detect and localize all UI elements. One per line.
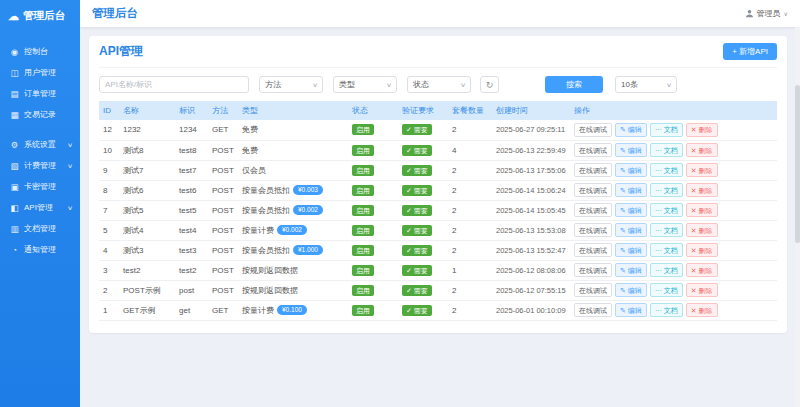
doc-action-button[interactable]: ⋯ 文档 xyxy=(650,183,683,197)
doc-action-button[interactable]: ⋯ 文档 xyxy=(650,283,683,297)
sidebar-item-通知管理[interactable]: ◔通知管理 xyxy=(0,239,80,260)
delete-action-button[interactable]: ✕ 删除 xyxy=(686,283,718,297)
debug-action-button[interactable]: 在线调试 xyxy=(574,143,612,157)
delete-action-button[interactable]: ✕ 删除 xyxy=(686,243,718,257)
edit-action-button[interactable]: ✎ 编辑 xyxy=(615,183,647,197)
debug-action-button[interactable]: 在线调试 xyxy=(574,283,612,297)
delete-action-button[interactable]: ✕ 删除 xyxy=(686,183,718,197)
status-select[interactable]: 状态 ∨ xyxy=(407,76,471,93)
doc-action-button[interactable]: ⋯ 文档 xyxy=(650,123,683,137)
cell-key: get xyxy=(175,300,208,320)
user-menu[interactable]: 管理员 ∨ xyxy=(745,8,788,19)
search-input[interactable] xyxy=(99,76,249,93)
verify-badge: ✓ 需要 xyxy=(402,245,432,256)
edit-action-button[interactable]: ✎ 编辑 xyxy=(615,223,647,237)
status-badge: 启用 xyxy=(352,145,374,156)
edit-action-button[interactable]: ✎ 编辑 xyxy=(615,203,647,217)
cell-key: test2 xyxy=(175,260,208,280)
search-button[interactable]: 搜索 xyxy=(545,76,603,93)
doc-action-button[interactable]: ⋯ 文档 xyxy=(650,303,683,317)
type-select[interactable]: 类型 ∨ xyxy=(333,76,397,93)
edit-action-button[interactable]: ✎ 编辑 xyxy=(615,243,647,257)
sidebar-item-API管理[interactable]: ◧API管理∨ xyxy=(0,197,80,218)
method-select[interactable]: 方法 ∨ xyxy=(259,76,323,93)
price-badge: ¥0.003 xyxy=(293,185,323,195)
sidebar-item-交易记录[interactable]: ▦交易记录 xyxy=(0,104,80,125)
edit-action-button[interactable]: ✎ 编辑 xyxy=(615,163,647,177)
cell-type: 按规则返回数据 xyxy=(238,260,348,280)
delete-action-button[interactable]: ✕ 删除 xyxy=(686,203,718,217)
cell-status: 启用 xyxy=(348,300,398,320)
sidebar-item-用户管理[interactable]: ◫用户管理 xyxy=(0,62,80,83)
cell-status: 启用 xyxy=(348,240,398,260)
edit-action-button[interactable]: ✎ 编辑 xyxy=(615,283,647,297)
table-header: ID名称标识方法类型状态验证要求套餐数量创建时间操作 xyxy=(99,101,777,120)
delete-action-button[interactable]: ✕ 删除 xyxy=(686,303,718,317)
debug-action-button[interactable]: 在线调试 xyxy=(574,263,612,277)
cell-actions: 在线调试✎ 编辑⋯ 文档✕ 删除 xyxy=(570,280,777,300)
api-table: ID名称标识方法类型状态验证要求套餐数量创建时间操作 1212321234GET… xyxy=(99,101,777,321)
sidebar-item-控制台[interactable]: ◉控制台 xyxy=(0,41,80,62)
cell-status: 启用 xyxy=(348,120,398,140)
cell-id: 5 xyxy=(99,220,119,240)
debug-action-button[interactable]: 在线调试 xyxy=(574,203,612,217)
doc-action-button[interactable]: ⋯ 文档 xyxy=(650,163,683,177)
debug-action-button[interactable]: 在线调试 xyxy=(574,183,612,197)
cell-plan-count: 2 xyxy=(448,180,492,200)
type-label: 免费 xyxy=(242,125,258,134)
cell-plan-count: 2 xyxy=(448,220,492,240)
doc-action-button[interactable]: ⋯ 文档 xyxy=(650,203,683,217)
app-logo[interactable]: ☁ 管理后台 xyxy=(0,0,80,35)
cell-key: test5 xyxy=(175,200,208,220)
delete-action-button[interactable]: ✕ 删除 xyxy=(686,163,718,177)
sidebar-item-label: API管理 xyxy=(24,202,53,213)
card-header: API管理 + 新增API xyxy=(99,43,777,68)
delete-action-button[interactable]: ✕ 删除 xyxy=(686,123,718,137)
chevron-down-icon: ∨ xyxy=(460,81,466,88)
debug-action-button[interactable]: 在线调试 xyxy=(574,163,612,177)
sidebar-item-计费管理[interactable]: ▧计费管理∨ xyxy=(0,155,80,176)
user-name: 管理员 xyxy=(757,8,781,19)
delete-action-button[interactable]: ✕ 删除 xyxy=(686,223,718,237)
debug-action-button[interactable]: 在线调试 xyxy=(574,243,612,257)
edit-action-button[interactable]: ✎ 编辑 xyxy=(615,263,647,277)
status-badge: 启用 xyxy=(352,225,374,236)
delete-action-button[interactable]: ✕ 删除 xyxy=(686,263,718,277)
doc-action-button[interactable]: ⋯ 文档 xyxy=(650,143,683,157)
doc-action-button[interactable]: ⋯ 文档 xyxy=(650,243,683,257)
cell-name: 测试3 xyxy=(119,240,175,260)
add-api-button[interactable]: + 新增API xyxy=(723,43,777,60)
cell-verify: ✓ 需要 xyxy=(398,160,448,180)
sidebar-item-卡密管理[interactable]: ▣卡密管理 xyxy=(0,176,80,197)
cell-status: 启用 xyxy=(348,160,398,180)
cell-actions: 在线调试✎ 编辑⋯ 文档✕ 删除 xyxy=(570,160,777,180)
delete-action-button[interactable]: ✕ 删除 xyxy=(686,143,718,157)
sidebar-item-系统设置[interactable]: ⚙系统设置∨ xyxy=(0,134,80,155)
column-header: 创建时间 xyxy=(492,101,570,120)
scrollbar-thumb[interactable] xyxy=(795,85,800,243)
sidebar-item-label: 通知管理 xyxy=(24,244,56,255)
doc-action-button[interactable]: ⋯ 文档 xyxy=(650,263,683,277)
verify-badge: ✓ 需要 xyxy=(402,165,432,176)
table-row: 10测试8test8POST免费启用✓ 需要42025-06-13 22:59:… xyxy=(99,140,777,160)
type-label: 按量会员抵扣 xyxy=(242,206,290,215)
sidebar-item-label: 用户管理 xyxy=(24,67,56,78)
edit-action-button[interactable]: ✎ 编辑 xyxy=(615,143,647,157)
edit-action-button[interactable]: ✎ 编辑 xyxy=(615,303,647,317)
price-badge: ¥0.100 xyxy=(277,305,307,315)
page-size-select[interactable]: 10条 ∨ xyxy=(615,76,677,93)
doc-action-button[interactable]: ⋯ 文档 xyxy=(650,223,683,237)
sidebar-item-文档管理[interactable]: ▥文档管理 xyxy=(0,218,80,239)
cell-method: POST xyxy=(208,140,238,160)
reset-button[interactable]: ↻ xyxy=(480,76,499,93)
debug-action-button[interactable]: 在线调试 xyxy=(574,123,612,137)
edit-action-button[interactable]: ✎ 编辑 xyxy=(615,123,647,137)
cell-name: GET示例 xyxy=(119,300,175,320)
debug-action-button[interactable]: 在线调试 xyxy=(574,303,612,317)
cell-id: 1 xyxy=(99,300,119,320)
price-badge: ¥0.002 xyxy=(277,225,307,235)
cell-type: 仅会员 xyxy=(238,160,348,180)
sidebar-item-订单管理[interactable]: ▤订单管理 xyxy=(0,83,80,104)
cell-verify: ✓ 需要 xyxy=(398,280,448,300)
debug-action-button[interactable]: 在线调试 xyxy=(574,223,612,237)
